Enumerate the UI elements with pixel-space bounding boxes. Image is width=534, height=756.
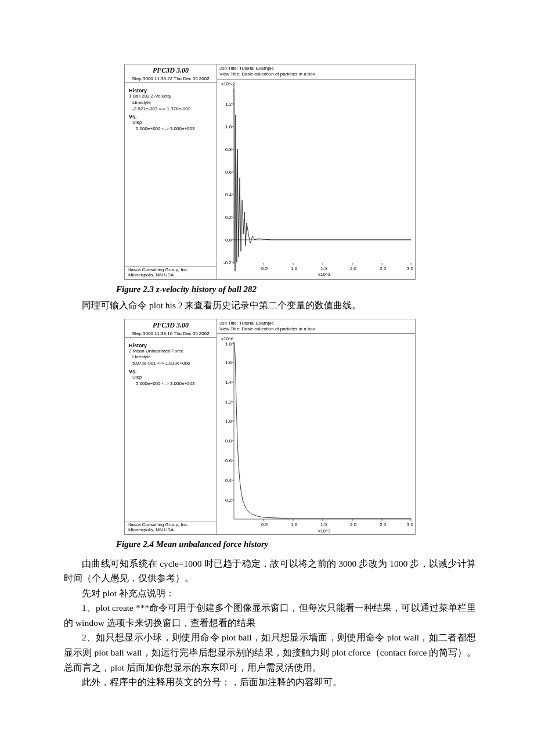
- svg-text:0.4: 0.4: [225, 192, 232, 197]
- svg-text:0.8: 0.8: [225, 438, 232, 444]
- vs-heading: Vs.: [129, 369, 212, 375]
- paragraph: 同理可输入命令 plot his 2 来查看历史记录中第二个变量的数值曲线。: [64, 298, 476, 313]
- paragraph: 由曲线可知系统在 cycle=1000 时已趋于稳定，故可以将之前的 3000 …: [64, 556, 476, 586]
- svg-text:0.5: 0.5: [261, 522, 268, 527]
- history-line: Linestyle: [129, 354, 212, 361]
- x-multiplier: x10^3: [318, 272, 331, 277]
- history-line: 5.873e-001 <-> 1.830e+006: [129, 361, 212, 367]
- history-line: 1 Ball 282 Z-Velocity: [129, 93, 212, 100]
- svg-text:3.0: 3.0: [407, 266, 414, 271]
- paragraph: 此外，程序中的注释用英文的分号；，后面加注释的内容即可。: [64, 675, 476, 690]
- svg-text:-0.2: -0.2: [223, 260, 232, 265]
- svg-text:1.4: 1.4: [225, 380, 232, 385]
- vs-line: 5.000e+000 <-> 3.000e+003: [129, 126, 212, 132]
- y-ticks: -0.2 0.0 0.2 0.4 0.6 0.8 1.0 1.2: [223, 102, 234, 265]
- plot-panel: Job Title: Tutorial Example View Title: …: [217, 64, 415, 279]
- svg-text:0.0: 0.0: [225, 237, 232, 243]
- figure-2-3: PFC3D 3.00 Step 3000 11:39:22 Thu Dec 05…: [124, 64, 416, 280]
- chart-sidebar: PFC3D 3.00 Step 3000 11:38:16 Thu Dec 05…: [125, 319, 217, 534]
- history-line: 2 Mean Unbalanced Force: [129, 348, 212, 355]
- svg-text:2.0: 2.0: [350, 266, 357, 271]
- svg-text:1.5: 1.5: [320, 522, 327, 527]
- vs-heading: Vs.: [129, 114, 212, 120]
- svg-text:1.0: 1.0: [291, 266, 298, 271]
- x-multiplier: x10^3: [318, 528, 331, 534]
- svg-text:0.2: 0.2: [225, 498, 232, 503]
- svg-text:0.6: 0.6: [225, 170, 232, 175]
- svg-text:1.0: 1.0: [291, 522, 298, 527]
- svg-text:1.2: 1.2: [225, 399, 232, 405]
- software-title: PFC3D 3.00: [128, 66, 213, 75]
- svg-text:0.4: 0.4: [225, 478, 232, 483]
- view-title: View Title: Basic collection of particle…: [219, 71, 412, 77]
- series-line: [234, 342, 411, 519]
- svg-text:1.2: 1.2: [225, 102, 232, 107]
- svg-text:2.0: 2.0: [350, 522, 357, 527]
- svg-text:1.8: 1.8: [225, 341, 232, 347]
- svg-text:1.6: 1.6: [225, 360, 232, 365]
- svg-text:0.6: 0.6: [225, 458, 232, 463]
- vs-line: 5.000e+000 <-> 3.000e+003: [129, 381, 212, 387]
- plot-panel: Job Title: Tutorial Example View Title: …: [217, 319, 415, 534]
- svg-text:2.5: 2.5: [380, 522, 387, 527]
- paragraph: 先对 plot 补充点说明：: [64, 586, 476, 601]
- y-multiplier: x10^6: [221, 336, 234, 341]
- paragraph: 1、plot create ***命令可用于创建多个图像显示窗口，但每次只能看一…: [64, 600, 476, 630]
- svg-text:0.8: 0.8: [225, 147, 232, 152]
- vs-line: Step: [129, 375, 212, 381]
- svg-text:0.5: 0.5: [261, 266, 268, 271]
- chart-svg-1: x10^-2 -0.2 0.0 0.2 0.4 0.6 0.8 1.0 1.2: [217, 78, 415, 279]
- history-heading: History: [129, 343, 212, 348]
- step-info: Step 3000 11:38:16 Thu Dec 05 2002: [128, 331, 213, 336]
- figure-caption: Figure 2.3 z-velocity history of ball 28…: [116, 285, 476, 294]
- x-ticks: 0.5 1.0 1.5 2.0 2.5 3.0: [261, 519, 414, 527]
- svg-text:1.0: 1.0: [225, 419, 232, 424]
- vs-line: Step: [129, 120, 212, 126]
- software-title: PFC3D 3.00: [128, 321, 213, 330]
- footer-location: Minneapolis, MN USA: [128, 273, 213, 278]
- history-heading: History: [129, 88, 212, 93]
- svg-text:1.0: 1.0: [225, 124, 232, 129]
- figure-caption: Figure 2.4 Mean unbalanced force history: [116, 539, 476, 549]
- view-title: View Title: Basic collection of particle…: [219, 326, 412, 332]
- paragraph: 2、如只想显示小球，则使用命令 plot ball，如只想显示墙面，则使用命令 …: [64, 630, 476, 675]
- y-ticks: 0.2 0.4 0.6 0.8 1.0 1.2 1.4 1.6 1.8: [225, 341, 234, 503]
- y-multiplier: x10^-2: [221, 81, 235, 87]
- x-ticks: 0.5 1.0 1.5 2.0 2.5 3.0: [261, 263, 414, 271]
- figure-2-4: PFC3D 3.00 Step 3000 11:38:16 Thu Dec 05…: [124, 319, 416, 535]
- step-info: Step 3000 11:39:22 Thu Dec 05 2002: [128, 76, 213, 81]
- chart-sidebar: PFC3D 3.00 Step 3000 11:39:22 Thu Dec 05…: [125, 64, 217, 279]
- job-title: Job Title: Tutorial Example: [219, 66, 412, 71]
- svg-text:0.2: 0.2: [225, 215, 232, 220]
- svg-text:2.5: 2.5: [380, 266, 387, 271]
- chart-svg-2: x10^6 0.2 0.4 0.6 0.8 1.0 1.2 1.4 1.6 1.…: [217, 333, 415, 534]
- series-line: [234, 84, 411, 271]
- svg-text:1.5: 1.5: [320, 266, 327, 271]
- footer-location: Minneapolis, MN USA: [128, 528, 213, 533]
- svg-text:3.0: 3.0: [407, 522, 414, 527]
- history-line: Linestyle: [129, 100, 212, 106]
- job-title: Job Title: Tutorial Example: [219, 321, 412, 326]
- history-line: -2.821e-003 <-> 1.376e-002: [129, 106, 212, 113]
